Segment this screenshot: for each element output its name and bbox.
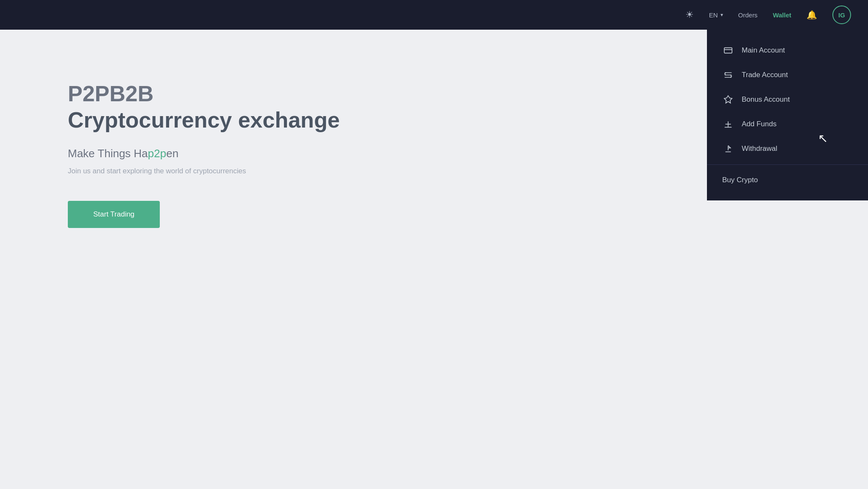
trade-account-icon: [722, 70, 734, 80]
dropdown-item-bonus-account[interactable]: Bonus Account: [707, 87, 868, 112]
dropdown-item-main-account[interactable]: Main Account: [707, 38, 868, 63]
hero-subtitle-highlight: p2p: [148, 147, 166, 160]
navbar: ☀ EN ▾ Orders Wallet 🔔 IG: [0, 0, 868, 30]
svg-marker-1: [724, 96, 732, 103]
avatar-initials: IG: [838, 11, 845, 19]
hero-subtitle-before: Make Things Ha: [68, 147, 148, 160]
svg-rect-0: [724, 48, 732, 53]
bonus-account-label: Bonus Account: [742, 95, 790, 104]
main-account-label: Main Account: [742, 46, 785, 55]
notification-bell-icon[interactable]: 🔔: [807, 10, 817, 20]
language-selector[interactable]: EN ▾: [709, 11, 723, 19]
dropdown-item-withdrawal[interactable]: Withdrawal: [707, 136, 868, 161]
add-funds-icon: [722, 119, 734, 129]
dropdown-item-buy-crypto[interactable]: Buy Crypto: [707, 168, 868, 192]
add-funds-label: Add Funds: [742, 120, 776, 128]
start-trading-button[interactable]: Start Trading: [68, 201, 160, 228]
withdrawal-label: Withdrawal: [742, 144, 777, 153]
trade-account-label: Trade Account: [742, 71, 788, 79]
theme-toggle-icon[interactable]: ☀: [685, 9, 694, 20]
buy-crypto-label: Buy Crypto: [722, 176, 758, 184]
orders-link[interactable]: Orders: [738, 11, 758, 19]
dropdown-item-add-funds[interactable]: Add Funds: [707, 112, 868, 136]
chevron-down-icon: ▾: [721, 12, 723, 18]
wallet-link[interactable]: Wallet: [773, 11, 791, 19]
dropdown-item-trade-account[interactable]: Trade Account: [707, 63, 868, 87]
avatar[interactable]: IG: [832, 6, 851, 24]
main-account-icon: [722, 46, 734, 55]
bonus-account-icon: [722, 95, 734, 104]
hero-subtitle-after: en: [166, 147, 178, 160]
wallet-dropdown: Main Account Trade Account Bonus Account: [707, 30, 868, 200]
dropdown-divider: [707, 164, 868, 165]
withdrawal-icon: [722, 144, 734, 153]
language-label: EN: [709, 11, 718, 19]
